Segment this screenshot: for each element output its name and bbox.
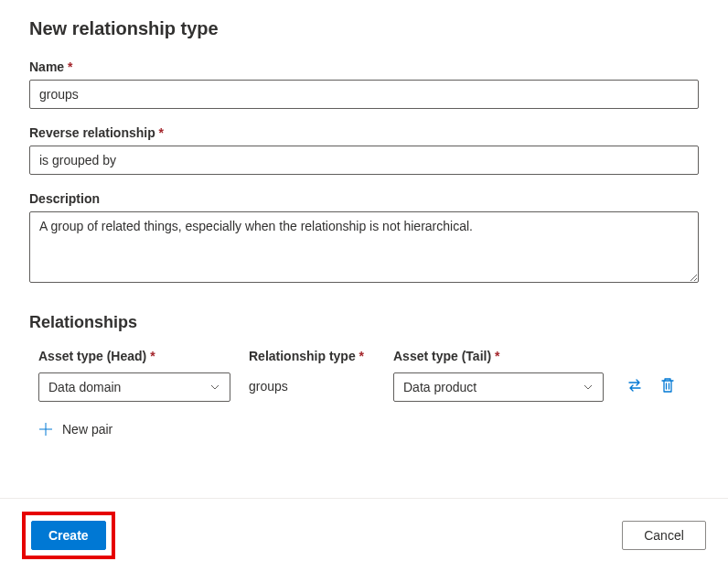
type-label: Relationship type (249, 349, 393, 363)
cancel-button[interactable]: Cancel (622, 521, 706, 550)
trash-icon (660, 377, 675, 394)
create-highlight: Create (22, 512, 115, 559)
plus-icon (38, 422, 53, 437)
swap-icon (626, 377, 643, 394)
reverse-input[interactable] (29, 146, 699, 175)
description-input[interactable] (29, 211, 699, 283)
head-dropdown-value: Data domain (48, 380, 209, 394)
head-dropdown[interactable]: Data domain (38, 372, 230, 402)
tail-dropdown[interactable]: Data product (393, 372, 604, 402)
tail-dropdown-value: Data product (403, 380, 583, 394)
swap-button[interactable] (626, 376, 644, 394)
name-input[interactable] (29, 80, 699, 109)
relationships-title: Relationships (29, 313, 699, 332)
head-label: Asset type (Head) (38, 349, 249, 363)
delete-button[interactable] (658, 376, 677, 394)
chevron-down-icon (209, 382, 220, 393)
type-value: groups (249, 372, 393, 394)
chevron-down-icon (583, 382, 594, 393)
page-title: New relationship type (29, 18, 699, 39)
tail-label: Asset type (Tail) (393, 349, 622, 363)
name-label: Name (29, 59, 699, 74)
field-description: Description (29, 191, 699, 286)
create-button[interactable]: Create (31, 521, 106, 550)
reverse-label: Reverse relationship (29, 125, 699, 140)
description-label: Description (29, 191, 699, 206)
field-name: Name (29, 59, 699, 109)
new-pair-button[interactable]: New pair (29, 422, 112, 437)
new-pair-label: New pair (62, 422, 112, 437)
relationship-row: Asset type (Head) Data domain Relationsh… (29, 349, 699, 402)
footer: Create Cancel (0, 498, 728, 572)
field-reverse: Reverse relationship (29, 125, 699, 175)
